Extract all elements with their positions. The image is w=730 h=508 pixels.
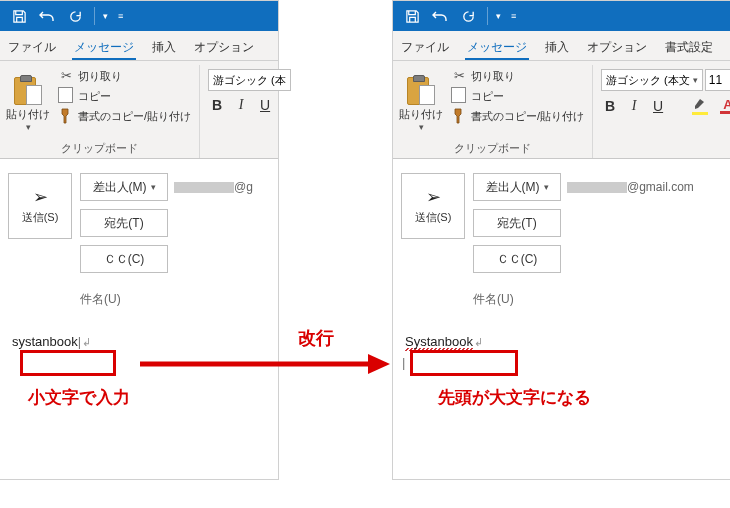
font-group: 游ゴシック (本 B I U <box>206 65 291 158</box>
ribbon-body: 貼り付け ▾ ✂ 切り取り コピー <box>0 61 278 159</box>
scissors-icon: ✂ <box>58 67 74 83</box>
undo-icon[interactable] <box>34 4 60 28</box>
highlight-box-after <box>410 350 518 376</box>
from-label: 差出人(M) <box>486 179 540 196</box>
paste-icon <box>14 75 42 105</box>
send-button[interactable]: ➢ 送信(S) <box>401 173 465 239</box>
from-button[interactable]: 差出人(M) ▾ <box>473 173 561 201</box>
from-value: @g <box>174 180 253 194</box>
masked-email <box>174 182 234 193</box>
chevron-down-icon: ▾ <box>544 182 549 192</box>
redo-icon[interactable] <box>455 4 481 28</box>
undo-icon[interactable] <box>427 4 453 28</box>
subject-row[interactable]: 件名(U) <box>393 291 730 316</box>
clipboard-group: 貼り付け ▾ ✂ 切り取り コピー <box>397 65 593 158</box>
underline-button[interactable]: U <box>651 98 665 114</box>
chevron-down-icon[interactable]: ▾ <box>419 122 424 132</box>
brush-icon <box>451 108 467 124</box>
paste-icon <box>407 75 435 105</box>
qat-overflow-chevron-icon[interactable]: ≡ <box>509 11 518 21</box>
scissors-icon: ✂ <box>451 67 467 83</box>
save-icon[interactable] <box>6 4 32 28</box>
save-icon[interactable] <box>399 4 425 28</box>
bold-button[interactable]: B <box>603 98 617 114</box>
highlight-box-before <box>20 350 116 376</box>
underline-button[interactable]: U <box>258 97 272 113</box>
paste-button[interactable]: 貼り付け ▾ <box>6 65 50 139</box>
copy-label: コピー <box>471 89 504 104</box>
copy-icon <box>58 88 74 104</box>
font-name-value: 游ゴシック (本文 <box>606 73 690 88</box>
tab-file[interactable]: ファイル <box>6 33 58 60</box>
ribbon-tabs: ファイル メッセージ 挿入 オプション <box>0 31 278 61</box>
send-label: 送信(S) <box>415 210 452 225</box>
chevron-down-icon[interactable]: ▾ <box>26 122 31 132</box>
subject-row[interactable]: 件名(U) <box>0 291 278 316</box>
brush-icon <box>58 108 74 124</box>
annotation-lower-input: 小文字で入力 <box>28 386 130 409</box>
arrow-icon <box>140 350 390 380</box>
to-button[interactable]: 宛先(T) <box>80 209 168 237</box>
send-button[interactable]: ➢ 送信(S) <box>8 173 72 239</box>
qat-separator <box>487 7 488 25</box>
to-button[interactable]: 宛先(T) <box>473 209 561 237</box>
body-text: Systanbook <box>405 334 473 351</box>
from-button[interactable]: 差出人(M) ▾ <box>80 173 168 201</box>
tab-insert[interactable]: 挿入 <box>150 33 178 60</box>
highlight-icon <box>693 97 707 110</box>
cc-label: ＣＣ(C) <box>497 251 538 268</box>
copy-icon <box>451 88 467 104</box>
send-label: 送信(S) <box>22 210 59 225</box>
message-body[interactable]: systanbook|↲ <box>8 334 270 349</box>
subject-label: 件名(U) <box>473 292 514 306</box>
copy-button[interactable]: コピー <box>449 87 586 105</box>
cut-label: 切り取り <box>471 69 515 84</box>
tab-options[interactable]: オプション <box>585 33 649 60</box>
cut-button[interactable]: ✂ 切り取り <box>56 67 193 85</box>
font-name-select[interactable]: 游ゴシック (本文▾ <box>601 69 703 91</box>
font-size-select[interactable]: 11 <box>705 69 730 91</box>
tab-insert[interactable]: 挿入 <box>543 33 571 60</box>
copy-label: コピー <box>78 89 111 104</box>
redo-icon[interactable] <box>62 4 88 28</box>
cc-button[interactable]: ＣＣ(C) <box>473 245 561 273</box>
paste-label: 貼り付け <box>399 107 443 122</box>
typed-text: systanbook|↲ <box>8 331 95 352</box>
clipboard-group: 貼り付け ▾ ✂ 切り取り コピー <box>4 65 200 158</box>
ribbon-body: 貼り付け ▾ ✂ 切り取り コピー <box>393 61 730 159</box>
cut-button[interactable]: ✂ 切り取り <box>449 67 586 85</box>
qat-customize-chevron-icon[interactable]: ▾ <box>101 11 110 21</box>
send-icon: ➢ <box>426 188 441 206</box>
italic-button[interactable]: I <box>234 97 248 113</box>
paste-label: 貼り付け <box>6 107 50 122</box>
cc-button[interactable]: ＣＣ(C) <box>80 245 168 273</box>
compose-header: ➢ 送信(S) 差出人(M) ▾ @gmail.com 宛先(T) <box>393 159 730 273</box>
copy-button[interactable]: コピー <box>56 87 193 105</box>
bold-button[interactable]: B <box>210 97 224 113</box>
send-icon: ➢ <box>33 188 48 206</box>
from-label: 差出人(M) <box>93 179 147 196</box>
tab-file[interactable]: ファイル <box>399 33 451 60</box>
font-color-button[interactable]: A <box>719 98 730 114</box>
tab-format[interactable]: 書式設定 <box>663 33 715 60</box>
paste-button[interactable]: 貼り付け ▾ <box>399 65 443 139</box>
annotation-linebreak: 改行 <box>298 326 334 350</box>
tab-message[interactable]: メッセージ <box>72 33 136 60</box>
format-painter-label: 書式のコピー/貼り付け <box>78 109 191 124</box>
return-mark-icon: ↲ <box>474 336 483 348</box>
font-name-select[interactable]: 游ゴシック (本 <box>208 69 291 91</box>
quick-access-toolbar: ▾ ≡ <box>0 1 278 31</box>
tab-options[interactable]: オプション <box>192 33 256 60</box>
italic-button[interactable]: I <box>627 98 641 114</box>
clipboard-group-label: クリップボード <box>399 139 586 158</box>
font-size-value: 11 <box>709 73 722 87</box>
format-painter-button[interactable]: 書式のコピー/貼り付け <box>56 107 193 125</box>
body-text: systanbook <box>12 334 78 349</box>
to-label: 宛先(T) <box>104 215 143 232</box>
qat-customize-chevron-icon[interactable]: ▾ <box>494 11 503 21</box>
masked-email <box>567 182 627 193</box>
format-painter-button[interactable]: 書式のコピー/貼り付け <box>449 107 586 125</box>
tab-message[interactable]: メッセージ <box>465 33 529 60</box>
highlight-color-button[interactable] <box>691 97 709 115</box>
qat-overflow-chevron-icon[interactable]: ≡ <box>116 11 125 21</box>
